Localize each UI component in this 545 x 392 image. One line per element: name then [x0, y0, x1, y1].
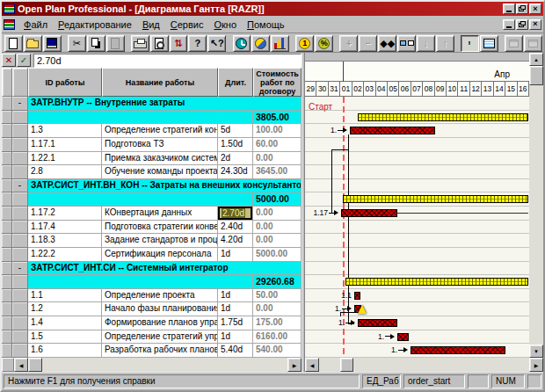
summary-cell[interactable] [218, 111, 253, 125]
column-header-id[interactable]: ID работы [28, 68, 102, 97]
cell-id[interactable]: 1.17.4 [28, 221, 102, 235]
document-icon[interactable] [4, 19, 15, 30]
row-selector[interactable] [2, 275, 12, 289]
row-selector[interactable] [2, 192, 12, 207]
cell-cost[interactable]: 540.00 [253, 344, 302, 358]
cell-id[interactable]: 2.8 [28, 165, 102, 179]
scrollbar-track[interactable] [353, 358, 529, 372]
copy-button[interactable] [87, 35, 105, 52]
row-selector[interactable] [2, 302, 12, 316]
scrollbar-thumb[interactable] [529, 66, 543, 85]
cell-cost[interactable]: 6160.00 [253, 330, 302, 345]
cell-duration[interactable]: 5.40d [218, 344, 253, 358]
link-activities-button[interactable]: ◆◆ [378, 35, 396, 52]
cell-duration[interactable]: 1.75d [218, 316, 253, 330]
print-button[interactable] [131, 35, 149, 52]
cell-edit-input[interactable] [33, 54, 302, 68]
histogram-button[interactable] [271, 35, 289, 52]
gantt-task-bar[interactable] [358, 319, 397, 327]
cell-cost[interactable]: 0.00 [253, 152, 302, 166]
cell-duration[interactable]: 4.20d [218, 234, 253, 248]
cell-cost[interactable]: 0.00 [253, 221, 302, 235]
cost-button[interactable]: 1 [295, 35, 314, 52]
cell-name[interactable]: Определение стратегий контоля и отч [102, 124, 218, 138]
child-close-button[interactable]: × [529, 19, 541, 30]
row-selector[interactable] [2, 138, 12, 152]
summary-cell[interactable] [102, 275, 218, 289]
context-help-button[interactable]: ↖? [207, 35, 226, 52]
summary-cell[interactable] [28, 111, 102, 125]
scroll-left-icon[interactable]: ◀ [14, 358, 28, 372]
cell-id[interactable]: 1.3 [28, 124, 102, 138]
scroll-right-icon[interactable]: ▶ [287, 358, 302, 372]
close-button[interactable]: × [529, 4, 541, 14]
cell-name[interactable]: Формирование планов управления [102, 316, 218, 330]
cell-name[interactable]: Определение проекта [102, 289, 218, 303]
update-button[interactable]: ⇅ [170, 35, 188, 52]
summary-cell[interactable] [102, 111, 218, 125]
row-selector[interactable] [2, 330, 12, 345]
cell-name[interactable]: Подготовка стратегии конвертации [102, 221, 218, 235]
gantt-view-button[interactable] [461, 35, 479, 52]
cell-duration[interactable]: 1d [218, 289, 253, 303]
cell-cost[interactable]: 50.00 [253, 289, 302, 303]
summary-cell[interactable] [218, 275, 253, 289]
cell-duration[interactable]: 1d [218, 330, 253, 345]
row-selector[interactable] [2, 289, 12, 303]
cell-id[interactable]: 1.22.2 [28, 248, 102, 262]
restore-button[interactable] [516, 4, 528, 14]
cell-duration[interactable]: 2.70d [218, 207, 253, 221]
cell-name[interactable]: Приемка заказчиком системы клиент [102, 152, 218, 166]
summary-cost-cell[interactable]: 5000.00 [253, 192, 302, 207]
cell-cost[interactable]: 60.00 [253, 138, 302, 152]
cell-id[interactable]: 1.6 [28, 344, 102, 358]
cell-duration[interactable]: 1.50d [218, 138, 253, 152]
scrollbar-track[interactable] [319, 358, 340, 372]
row-selector[interactable] [2, 165, 12, 179]
cell-id[interactable]: 1.4 [28, 316, 102, 330]
menu-view[interactable]: Вид [137, 18, 165, 32]
summary-cell[interactable] [28, 192, 102, 207]
cell-name[interactable]: Определение стратегий управления р [102, 330, 218, 345]
save-button[interactable] [43, 35, 62, 52]
row-selector[interactable] [2, 344, 12, 358]
help-button[interactable]: ? [188, 35, 207, 52]
row-selector[interactable] [2, 124, 12, 138]
gantt-summary-bar[interactable] [345, 278, 528, 286]
cell-duration[interactable]: 2.40d [218, 221, 253, 235]
cell-duration[interactable]: 1d [218, 248, 253, 262]
scrollbar-track[interactable] [529, 85, 543, 345]
collapse-toggle[interactable]: - [12, 262, 28, 276]
cell-cost[interactable]: 175.00 [253, 316, 302, 330]
child-minimize-button[interactable] [503, 19, 515, 30]
row-selector[interactable] [2, 97, 12, 111]
gantt-task-bar[interactable] [354, 292, 360, 300]
column-header-cost[interactable]: Стоимость работ по договору [253, 68, 302, 97]
cell-name[interactable]: Подготовка ТЗ [102, 138, 218, 152]
gantt-task-bar[interactable] [341, 209, 397, 217]
menu-help[interactable]: Помощь [242, 18, 290, 32]
row-selector[interactable] [2, 262, 12, 276]
spreadsheet-view-button[interactable] [480, 35, 498, 52]
summary-cell[interactable] [28, 275, 102, 289]
cell-duration[interactable]: 2d [218, 152, 253, 166]
app-icon[interactable] [4, 4, 15, 14]
row-selector[interactable] [2, 111, 12, 125]
new-button[interactable] [4, 35, 23, 52]
resource-scheduling-button[interactable] [251, 35, 270, 52]
row-selector[interactable] [2, 179, 12, 193]
minimize-button[interactable] [503, 4, 515, 14]
cell-id[interactable]: 1.2 [28, 302, 102, 316]
cut-button[interactable]: ✂ [68, 35, 86, 52]
cell-name[interactable]: Обучение команды проекта [102, 165, 218, 179]
menu-file[interactable]: Файл [18, 18, 53, 32]
print-preview-button[interactable] [150, 35, 169, 52]
row-selector[interactable] [2, 152, 12, 166]
collapse-toggle[interactable]: - [12, 97, 28, 111]
row-selector[interactable] [2, 234, 12, 248]
cell-cost[interactable]: 0.00 [253, 302, 302, 316]
column-header-duration[interactable]: Длит. [218, 68, 253, 97]
row-selector[interactable] [2, 316, 12, 330]
gantt-task-bar[interactable] [397, 333, 409, 341]
cell-id[interactable]: 1.18.3 [28, 234, 102, 248]
